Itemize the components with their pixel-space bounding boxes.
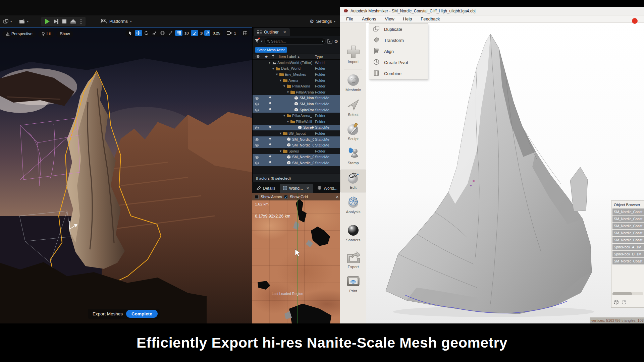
perspective-dropdown[interactable]: Perspective — [2, 31, 36, 38]
pin-icon[interactable] — [269, 143, 272, 148]
expand-arrow-icon[interactable]: ▼ — [279, 149, 282, 153]
outliner-row[interactable]: ▼PillarArenaFolder — [253, 83, 340, 89]
show-actors-checkbox[interactable] — [255, 195, 259, 199]
outliner-row[interactable]: SpireRockStaticMe — [253, 107, 340, 113]
pin-icon[interactable] — [269, 102, 272, 107]
world-partition-minimap[interactable]: Show Actors ✓ Show Grid ✕ 1.62 km 6.17x9… — [252, 193, 340, 323]
play-button[interactable] — [45, 19, 50, 24]
close-icon[interactable]: ✕ — [306, 186, 310, 191]
expand-arrow-icon[interactable]: ▼ — [279, 79, 282, 82]
scale-tool-icon[interactable] — [151, 30, 158, 36]
expand-arrow-icon[interactable]: ▼ — [286, 90, 289, 94]
maximize-viewport-button[interactable] — [241, 29, 250, 37]
menu-item-transform[interactable]: Transform — [369, 35, 428, 46]
outliner-row[interactable]: ▼AncientWorld (Editor)World — [253, 60, 340, 66]
star-column-icon[interactable]: ★ — [265, 55, 268, 59]
expand-arrow-icon[interactable]: ▼ — [268, 61, 271, 64]
tool-sculpt[interactable]: Sculpt — [340, 121, 366, 144]
ue-cinematics-dropdown[interactable]: ▾ — [15, 19, 32, 24]
menu-file[interactable]: File — [346, 16, 353, 21]
outliner-row[interactable]: SM_NordiStaticMe — [253, 95, 340, 101]
expand-arrow-icon[interactable]: ▼ — [283, 114, 286, 117]
stop-button[interactable] — [62, 19, 66, 23]
view-cube-icon[interactable] — [613, 300, 619, 305]
eye-icon[interactable] — [255, 156, 259, 160]
tool-stamp[interactable]: Stamp — [340, 145, 366, 168]
eye-icon[interactable] — [255, 97, 259, 101]
menu-view[interactable]: View — [385, 16, 394, 21]
add-folder-icon[interactable] — [327, 39, 332, 44]
tab-details[interactable]: Details — [253, 184, 279, 193]
tool-print[interactable]: Print — [340, 274, 366, 296]
move-tool-icon[interactable] — [135, 30, 142, 36]
show-grid-checkbox[interactable]: ✓ — [284, 195, 288, 199]
pin-icon[interactable] — [269, 126, 272, 130]
outliner-row[interactable]: ▼ArenaFolder — [253, 77, 340, 83]
tool-select[interactable]: Select — [340, 97, 366, 120]
world-space-icon[interactable] — [159, 30, 166, 36]
expand-arrow-icon[interactable]: ▼ — [283, 84, 286, 88]
eye-column-icon[interactable] — [256, 55, 260, 59]
expand-arrow-icon[interactable]: ▼ — [286, 120, 289, 123]
object-browser-item[interactable]: SM_Nordic_Coast — [612, 258, 644, 264]
tool-import[interactable]: Import — [340, 44, 366, 67]
object-browser-item[interactable]: SM_Nordic_Coast — [612, 208, 644, 215]
menu-feedback[interactable]: Feedback — [421, 16, 440, 21]
tool-meshmix[interactable]: Meshmix — [340, 72, 366, 95]
tab-outliner[interactable]: Outliner ✕ — [254, 28, 290, 36]
skip-ahead-button[interactable] — [54, 19, 58, 24]
menu-item-combine[interactable]: Combine — [369, 68, 428, 79]
eye-icon[interactable] — [255, 108, 259, 112]
menu-item-create-pivot[interactable]: Create Pivot — [369, 57, 428, 68]
eye-icon[interactable] — [255, 126, 259, 130]
tool-analysis[interactable]: Analysis — [340, 194, 366, 217]
eject-button[interactable] — [70, 19, 76, 23]
object-browser-item[interactable]: SM_Nordic_Coast — [612, 223, 644, 229]
tool-shaders[interactable]: Shaders — [340, 223, 366, 245]
outliner-row[interactable]: ▼SpiresFolder — [253, 148, 340, 154]
settings-dropdown[interactable]: ⚙ Settings ▾ — [310, 18, 335, 24]
eye-icon[interactable] — [255, 161, 259, 165]
tab-world[interactable]: World... — [314, 184, 341, 193]
outliner-row[interactable]: SM_Nordic_CoStaticMe — [253, 154, 340, 160]
outliner-row[interactable]: ▼Dark_WorldFolder — [253, 66, 340, 72]
object-browser-item[interactable]: SM_Nordic_Coast — [612, 237, 644, 243]
eye-icon[interactable] — [255, 138, 259, 142]
outliner-row[interactable]: SM_Nordic_CoStaticMe — [253, 160, 340, 166]
menu-help[interactable]: Help — [403, 16, 412, 21]
menu-actions[interactable]: Actions — [362, 16, 376, 21]
play-options-kebab[interactable] — [80, 19, 82, 24]
pin-icon[interactable] — [269, 137, 272, 142]
pin-icon[interactable] — [269, 155, 272, 160]
platforms-dropdown[interactable]: Platforms ▾ — [97, 19, 135, 24]
ue-3d-viewport[interactable]: Perspective Lit Show — [0, 27, 252, 323]
pin-icon[interactable] — [269, 161, 272, 166]
object-browser-scrollbar[interactable] — [612, 292, 643, 295]
pin-column-icon[interactable] — [272, 54, 275, 59]
pin-icon[interactable] — [269, 96, 272, 101]
close-icon[interactable]: ✕ — [336, 195, 339, 199]
outliner-settings-icon[interactable]: ⚙ — [334, 39, 338, 44]
expand-arrow-icon[interactable]: ▼ — [272, 67, 275, 70]
outliner-row[interactable]: ▼PillarArena_Folder — [253, 113, 340, 119]
grid-snap-icon[interactable] — [175, 30, 182, 36]
select-tool-icon[interactable] — [127, 30, 134, 36]
outliner-row[interactable]: SpireRoStaticMe — [253, 125, 340, 131]
object-browser-item[interactable]: SM_Nordic_Coast — [612, 230, 644, 236]
tab-world[interactable]: World...✕ — [280, 184, 313, 193]
camera-count-control[interactable]: 1 — [225, 29, 239, 37]
close-icon[interactable]: ✕ — [283, 30, 286, 35]
item-label-column[interactable]: Item Label — [279, 55, 296, 59]
outliner-row[interactable]: SM_Nordic_CoStaticMe — [253, 142, 340, 148]
expand-arrow-icon[interactable]: ▼ — [275, 73, 278, 76]
rotate-tool-icon[interactable] — [143, 30, 150, 36]
ue-mode-dropdown[interactable]: ▾ — [0, 19, 15, 24]
eye-icon[interactable] — [255, 143, 259, 147]
surface-snap-icon[interactable] — [167, 30, 174, 36]
outliner-row[interactable]: SM_Nordic_CoStaticMe — [253, 136, 340, 142]
complete-button[interactable]: Complete — [126, 310, 158, 318]
pin-icon[interactable] — [269, 108, 272, 113]
menu-item-align[interactable]: Align — [369, 46, 428, 57]
pivot-icon[interactable] — [622, 300, 627, 305]
rotation-snap-icon[interactable] — [191, 30, 198, 36]
